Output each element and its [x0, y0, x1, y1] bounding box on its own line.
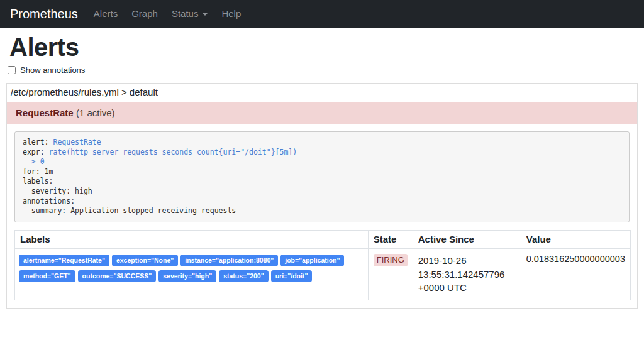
code-text: annotations:: [23, 197, 75, 206]
rule-group-name: default: [130, 87, 158, 97]
nav-item-graph[interactable]: Graph: [125, 8, 165, 19]
state-badge-firing: FIRING: [374, 254, 408, 266]
label-badge: job="application": [280, 255, 344, 266]
label-badge: instance="application:8080": [180, 255, 278, 266]
navbar-links: AlertsGraphStatusHelp: [87, 8, 248, 19]
alert-value: 0.018316250000000003: [521, 248, 630, 300]
code-text: for: 1m: [23, 167, 53, 176]
rule-group-panel: /etc/prometheus/rules.yml > default Requ…: [6, 83, 638, 309]
alert-active-count: (1 active): [76, 107, 115, 118]
navbar: Prometheus AlertsGraphStatusHelp: [0, 0, 644, 28]
alert-rule-definition: alert: RequestRateexpr: rate(http_server…: [14, 131, 630, 222]
nav-item-alerts[interactable]: Alerts: [87, 8, 125, 19]
code-text: expr:: [23, 148, 49, 156]
label-badge: severity="high": [158, 270, 216, 282]
code-line: labels:: [23, 177, 621, 187]
code-text: labels:: [23, 177, 53, 185]
code-text: severity: high: [23, 187, 92, 195]
main-content: Alerts Show annotations /etc/prometheus/…: [0, 34, 644, 309]
state-cell: FIRING: [368, 248, 413, 300]
table-header-row: Labels State Active Since Value: [15, 230, 631, 248]
labels-cell: alertname="RequestRate"exception="None"i…: [15, 248, 369, 300]
label-badge: outcome="SUCCESS": [78, 270, 157, 282]
rule-link[interactable]: RequestRate: [53, 138, 101, 146]
alert-rule-header[interactable]: RequestRate (1 active): [7, 102, 637, 124]
navbar-brand[interactable]: Prometheus: [10, 7, 78, 21]
show-annotations-label: Show annotations: [20, 65, 85, 75]
active-since-value: 2019-10-26 13:55:31.142457796 +0000 UTC: [413, 248, 521, 300]
code-line: for: 1m: [23, 167, 621, 177]
alert-row: alertname="RequestRate"exception="None"i…: [15, 248, 631, 300]
code-line: severity: high: [23, 187, 621, 197]
label-badge: exception="None": [112, 255, 178, 266]
rule-link[interactable]: rate(http_server_requests_seconds_count{…: [49, 148, 297, 156]
label-badge: uri="/doit": [271, 270, 313, 282]
code-line: > 0: [23, 157, 621, 167]
alerts-table: Labels State Active Since Value alertnam…: [14, 230, 631, 300]
rule-file-breadcrumb: /etc/prometheus/rules.yml > default: [7, 84, 637, 102]
nav-item-status[interactable]: Status: [165, 8, 215, 19]
column-header-state: State: [368, 230, 413, 248]
code-line: annotations:: [23, 197, 621, 207]
caret-down-icon: [203, 13, 208, 16]
code-text: alert:: [23, 138, 53, 146]
labels-list: alertname="RequestRate"exception="None"i…: [19, 254, 364, 285]
breadcrumb-separator: >: [121, 87, 130, 97]
code-text: summary: Application stopped receiving r…: [23, 206, 236, 215]
code-line: summary: Application stopped receiving r…: [23, 206, 621, 216]
code-line: alert: RequestRate: [23, 138, 621, 148]
alert-name: RequestRate: [16, 107, 74, 118]
label-badge: status="200": [219, 270, 269, 282]
page-title: Alerts: [9, 34, 638, 60]
column-header-labels: Labels: [15, 230, 369, 248]
code-line: expr: rate(http_server_requests_seconds_…: [23, 148, 621, 158]
label-badge: alertname="RequestRate": [19, 255, 109, 266]
rule-file-path: /etc/prometheus/rules.yml: [11, 87, 119, 97]
show-annotations-checkbox[interactable]: [8, 66, 16, 74]
rule-link[interactable]: > 0: [23, 157, 45, 166]
nav-item-help[interactable]: Help: [214, 8, 248, 19]
label-badge: method="GET": [19, 270, 75, 282]
show-annotations-toggle[interactable]: Show annotations: [8, 65, 638, 75]
column-header-active-since: Active Since: [413, 230, 521, 248]
column-header-value: Value: [521, 230, 630, 248]
